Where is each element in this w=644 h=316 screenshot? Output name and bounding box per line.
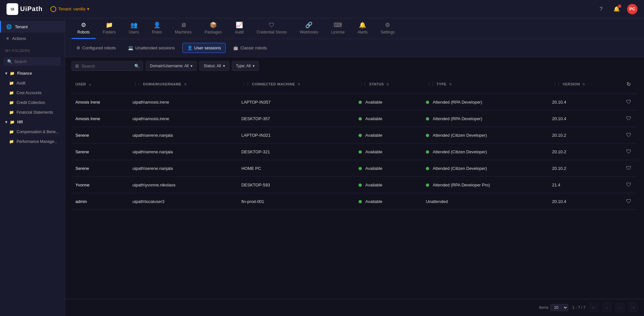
col-refresh: ↻ (620, 75, 637, 94)
shield-icon: 🛡 (626, 165, 631, 171)
table-row: Serene uipath\serene.nanjala HOME PC Ava… (72, 160, 637, 177)
shield-icon: 🛡 (626, 198, 631, 204)
col-drag[interactable]: ⋮⋮ (552, 82, 561, 86)
tab-settings[interactable]: ⚙ Settings (375, 18, 401, 39)
prev-page-button[interactable]: ‹ (602, 303, 611, 312)
cell-domain-username: uipath\serene.nanjala (128, 144, 237, 160)
content-area: ⚙ Robots 📁 Folders 👥 Users 👤 Roles 🖥 (65, 18, 644, 316)
tab-robots[interactable]: ⚙ Robots (72, 18, 96, 39)
cell-connected-machine: DESKTOP-593 (237, 177, 354, 193)
sub-tab-unattended-sessions[interactable]: 💻 Unattended sessions (123, 43, 179, 53)
cell-shield: 🛡 (620, 193, 637, 210)
cell-version: 20.10.2 (548, 144, 620, 160)
first-page-button[interactable]: ⇤ (589, 303, 598, 312)
logo[interactable]: Ui UiPath (7, 3, 43, 15)
folder-icon: 📁 (9, 139, 14, 144)
tab-machines[interactable]: 🖥 Machines (169, 18, 197, 39)
folder-item-financial-statements[interactable]: 📁 Financial Statements (0, 107, 65, 117)
col-domain-username[interactable]: ⋮⋮ DOMAIN\USERNAME ⇅ (128, 75, 237, 94)
help-button[interactable]: ? (596, 4, 606, 14)
cell-status: Available (355, 144, 422, 160)
chevron-down-icon: ▾ (223, 64, 225, 68)
table-row: Amosis Irene uipath\amosis.irene LAPTOP-… (72, 94, 637, 110)
domain-filter-button[interactable]: Domain\Username: All ▾ (146, 61, 197, 71)
roles-tab-label: Roles (152, 30, 162, 34)
cell-user: admin (72, 193, 128, 210)
col-drag[interactable]: ⋮⋮ (426, 82, 435, 86)
cell-user: Amosis Irene (72, 110, 128, 127)
col-type[interactable]: ⋮⋮ TYPE ⇅ (422, 75, 548, 94)
items-label: Items (539, 305, 548, 310)
search-icon: ⊞ (75, 63, 79, 69)
sidebar-search[interactable]: 🔍 (4, 57, 61, 66)
folder-item-audit[interactable]: 📁 Audit (0, 78, 65, 88)
sidebar-item-actions[interactable]: ≡ Actions (0, 32, 65, 44)
finance-label: Finance (17, 71, 32, 76)
type-dot (426, 167, 429, 170)
sidebar-search-input[interactable] (14, 59, 58, 64)
tab-license[interactable]: ⌨ License (325, 18, 350, 39)
search-input[interactable] (82, 64, 132, 69)
col-user[interactable]: USER ▲ (72, 75, 128, 94)
tenant-selector[interactable]: Tenant: vanilla ▾ (50, 6, 89, 12)
table-body: Amosis Irene uipath\amosis.irene LAPTOP-… (72, 94, 637, 210)
tab-credential-stores[interactable]: 🛡 Credential Stores (251, 18, 293, 39)
tab-webhooks[interactable]: 🔗 Webhooks (294, 18, 324, 39)
sub-tab-user-sessions[interactable]: 👤 User sessions (182, 43, 226, 53)
tab-alerts[interactable]: 🔔 Alerts (352, 18, 374, 39)
hr-folder-group: ▾ 📁 HR 📁 Compensation & Bene... 📁 Perfor… (0, 117, 65, 146)
sub-tab-classic-robots[interactable]: 🤖 Classic robots (228, 43, 272, 53)
folder-icon: 📁 (9, 130, 14, 134)
tab-folders[interactable]: 📁 Folders (97, 18, 122, 39)
tab-audit[interactable]: 📈 Audit (229, 18, 249, 39)
cell-status: Available (355, 127, 422, 144)
table-row: Amosis Irene uipath\amosis.irene DESKTOP… (72, 110, 637, 127)
type-dot (426, 117, 429, 120)
type-filter-button[interactable]: Type: All ▾ (232, 61, 259, 71)
notification-badge (618, 5, 621, 8)
cell-domain-username: uipath\serene.nanjala (128, 160, 237, 177)
items-per-page-select[interactable]: 10 20 50 100 (550, 304, 568, 311)
toolbar-left: ⊞ 🔍 Domain\Username: All ▾ Status: All ▾… (72, 61, 259, 71)
credential-stores-tab-icon: 🛡 (269, 22, 275, 29)
folder-label: Credit Collection (17, 100, 45, 105)
shield-icon: 🛡 (626, 132, 631, 138)
shield-icon: 🛡 (626, 99, 631, 105)
folder-icon: 📁 (10, 120, 15, 124)
cell-user: Serene (72, 144, 128, 160)
folder-item-credit-collection[interactable]: 📁 Credit Collection (0, 98, 65, 107)
next-page-button[interactable]: › (615, 303, 624, 312)
hr-folder-header[interactable]: ▾ 📁 HR (0, 117, 65, 127)
last-page-button[interactable]: ⇥ (628, 303, 637, 312)
settings-tab-label: Settings (381, 30, 395, 34)
cell-type: Attended (RPA Developer) (422, 110, 548, 127)
search-input-wrap[interactable]: ⊞ 🔍 (72, 61, 143, 71)
col-version[interactable]: ⋮⋮ VERSION ⇅ (548, 75, 620, 94)
pagination: Items 10 20 50 100 1 - 7 / 7 ⇤ ‹ › ⇥ (65, 299, 644, 316)
sidebar-item-tenant[interactable]: 🌐 Tenant (0, 21, 65, 32)
folder-item-compensation[interactable]: 📁 Compensation & Bene... (0, 127, 65, 137)
finance-folder-header[interactable]: ▾ 📁 Finance (0, 69, 65, 78)
avatar[interactable]: PC (627, 4, 637, 14)
sub-tab-configured-robots[interactable]: ⚙ Configured robots (72, 43, 121, 53)
folder-item-cost-accounts[interactable]: 📁 Cost Accounts (0, 88, 65, 98)
refresh-button[interactable]: ↻ (624, 79, 634, 89)
col-drag[interactable]: ⋮⋮ (132, 82, 142, 86)
col-drag[interactable]: ⋮⋮ (359, 82, 368, 86)
robots-tab-icon: ⚙ (81, 21, 86, 29)
search-submit-icon[interactable]: 🔍 (134, 64, 139, 69)
tab-roles[interactable]: 👤 Roles (146, 18, 168, 39)
tab-users[interactable]: 👥 Users (123, 18, 145, 39)
tab-packages[interactable]: 📦 Packages (199, 18, 228, 39)
notifications-button[interactable]: 🔔 (611, 4, 622, 14)
toolbar: ⊞ 🔍 Domain\Username: All ▾ Status: All ▾… (65, 57, 644, 75)
folder-item-performance[interactable]: 📁 Performance Manage... (0, 137, 65, 146)
col-status[interactable]: ⋮⋮ STATUS ⇅ (355, 75, 422, 94)
folder-icon: 📁 (9, 100, 14, 105)
table-wrap: USER ▲ ⋮⋮ DOMAIN\USERNAME ⇅ ⋮⋮ CONNECTED… (65, 75, 644, 299)
status-filter-button[interactable]: Status: All ▾ (199, 61, 229, 71)
col-connected-machine[interactable]: ⋮⋮ CONNECTED MACHINE ⇅ (237, 75, 354, 94)
main-layout: 🌐 Tenant ≡ Actions MY FOLDERS 🔍 ▾ 📁 Fina… (0, 18, 644, 316)
shield-icon: 🛡 (626, 182, 631, 187)
col-drag[interactable]: ⋮⋮ (241, 82, 251, 86)
